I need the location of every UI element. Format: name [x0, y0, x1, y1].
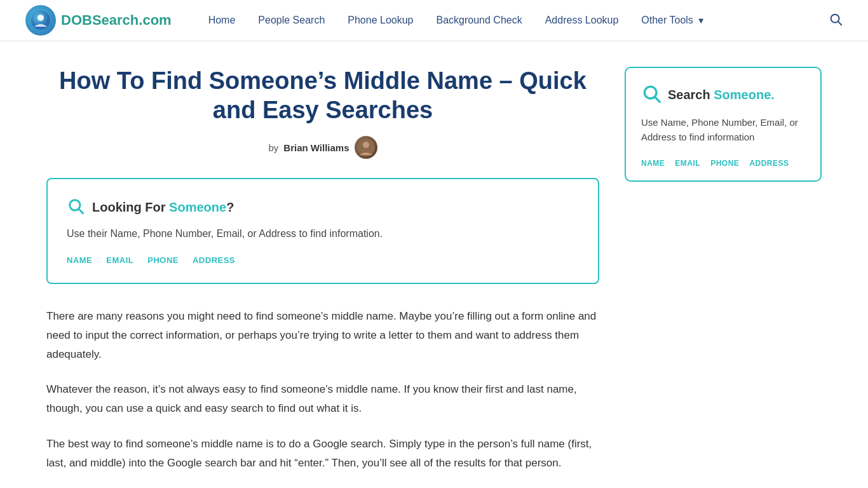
- author-line: by Brian Williams: [46, 136, 599, 159]
- search-box-title: Looking For Someone?: [92, 200, 234, 215]
- sidebar-card-title: Search Someone.: [668, 88, 775, 102]
- nav-phone-lookup[interactable]: Phone Lookup: [336, 10, 424, 31]
- search-icon: [67, 197, 85, 217]
- article-body: There are many reasons you might need to…: [46, 307, 599, 472]
- sidebar-search-tabs: NAME EMAIL PHONE ADDRESS: [641, 159, 805, 168]
- nav-home[interactable]: Home: [197, 10, 247, 31]
- nav-links: Home People Search Phone Lookup Backgrou…: [197, 10, 829, 31]
- nav-address-lookup[interactable]: Address Lookup: [534, 10, 630, 31]
- logo-text: DOBSearch.com: [61, 12, 172, 29]
- sidebar-card-description: Use Name, Phone Number, Email, or Addres…: [641, 115, 805, 145]
- search-tab-email[interactable]: EMAIL: [106, 255, 133, 265]
- search-tabs: NAME EMAIL PHONE ADDRESS: [67, 255, 579, 265]
- paragraph-3: The best way to find someone’s middle na…: [46, 435, 599, 473]
- paragraph-1: There are many reasons you might need to…: [46, 307, 599, 363]
- nav-people-search[interactable]: People Search: [247, 10, 336, 31]
- svg-line-9: [655, 97, 660, 102]
- search-tab-address[interactable]: ADDRESS: [193, 255, 235, 265]
- sidebar-tab-email[interactable]: EMAIL: [675, 159, 700, 168]
- svg-point-1: [37, 15, 44, 21]
- paragraph-2: Whatever the reason, it’s not always eas…: [46, 380, 599, 418]
- chevron-down-icon: ▼: [697, 16, 705, 25]
- search-box-header: Looking For Someone?: [67, 197, 579, 217]
- sidebar-tab-address[interactable]: ADDRESS: [749, 159, 789, 168]
- sidebar: Search Someone. Use Name, Phone Number, …: [625, 67, 822, 488]
- search-tab-name[interactable]: NAME: [67, 255, 92, 265]
- svg-line-3: [838, 22, 841, 25]
- search-icon[interactable]: [829, 12, 843, 29]
- sidebar-card-header: Search Someone.: [641, 83, 805, 106]
- page-layout: How To Find Someone’s Middle Name – Quic…: [21, 41, 847, 488]
- logo-link[interactable]: DOBSearch.com: [25, 5, 172, 36]
- svg-line-7: [79, 209, 83, 213]
- author-prefix: by: [268, 142, 278, 153]
- avatar: [355, 136, 377, 159]
- search-box-description: Use their Name, Phone Number, Email, or …: [67, 226, 579, 241]
- sidebar-tab-phone[interactable]: PHONE: [710, 159, 739, 168]
- search-widget: Looking For Someone? Use their Name, Pho…: [46, 178, 599, 284]
- nav-other-tools[interactable]: Other Tools ▼: [630, 10, 716, 31]
- author-name: Brian Williams: [283, 142, 349, 153]
- main-content: How To Find Someone’s Middle Name – Quic…: [46, 67, 599, 488]
- page-title: How To Find Someone’s Middle Name – Quic…: [46, 67, 599, 125]
- svg-point-5: [363, 142, 369, 148]
- sidebar-search-card: Search Someone. Use Name, Phone Number, …: [625, 67, 822, 182]
- sidebar-tab-name[interactable]: NAME: [641, 159, 665, 168]
- search-tab-phone[interactable]: PHONE: [147, 255, 179, 265]
- logo-icon: [25, 5, 56, 36]
- sidebar-search-icon: [641, 83, 661, 106]
- nav-background-check[interactable]: Background Check: [425, 10, 534, 31]
- main-nav: DOBSearch.com Home People Search Phone L…: [0, 0, 868, 41]
